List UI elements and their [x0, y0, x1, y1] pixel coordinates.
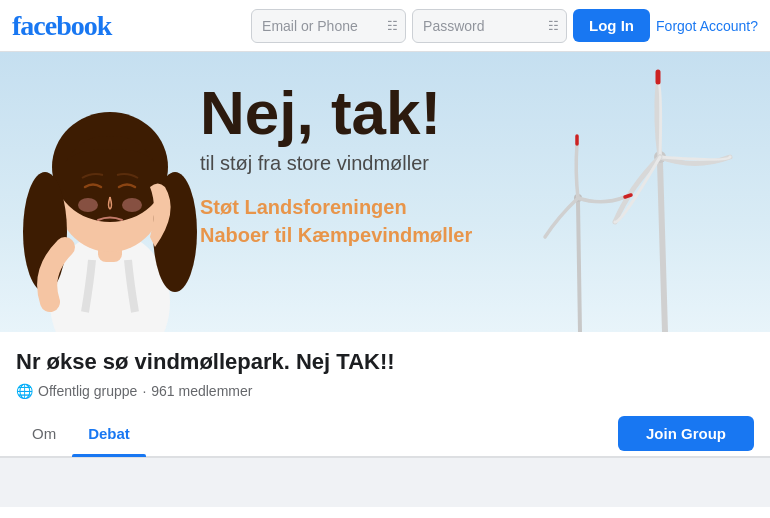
cover-background: Nej, tak! til støj fra store vindmøller …	[0, 52, 770, 332]
forgot-account-link[interactable]: Forgot Account?	[656, 18, 758, 34]
member-count: 961 medlemmer	[151, 383, 252, 399]
content-area	[0, 457, 770, 507]
subtitle-text: til støj fra store vindmøller	[200, 152, 520, 175]
svg-line-8	[660, 162, 665, 332]
group-info-section: Nr økse sø vindmøllepark. Nej TAK!! 🌐 Of…	[0, 332, 770, 399]
group-meta: 🌐 Offentlig gruppe · 961 medlemmer	[16, 383, 754, 399]
svg-line-14	[625, 195, 631, 197]
email-input[interactable]	[251, 9, 406, 43]
support-text: Støt Landsforeningen Naboer til Kæmpevin…	[200, 193, 520, 249]
header: facebook ☷ ☷ Log In Forgot Account?	[0, 0, 770, 52]
facebook-logo: facebook	[12, 10, 111, 42]
group-type: Offentlig gruppe	[38, 383, 137, 399]
svg-point-3	[52, 112, 168, 222]
login-button[interactable]: Log In	[573, 9, 650, 42]
tab-debat[interactable]: Debat	[72, 411, 146, 456]
tabs-section: Om Debat Join Group	[0, 411, 770, 457]
tabs-list: Om Debat	[16, 411, 618, 456]
svg-line-11	[578, 202, 580, 332]
join-group-button[interactable]: Join Group	[618, 416, 754, 451]
group-name: Nr økse sø vindmøllepark. Nej TAK!!	[16, 348, 754, 377]
headline-text: Nej, tak!	[200, 82, 520, 144]
password-input[interactable]	[412, 9, 567, 43]
password-icon: ☷	[548, 19, 559, 33]
svg-point-6	[78, 198, 98, 212]
globe-icon: 🌐	[16, 383, 33, 399]
email-input-wrapper: ☷	[251, 9, 406, 43]
tab-om[interactable]: Om	[16, 411, 72, 456]
cartoon-girl-illustration	[10, 72, 210, 332]
wind-turbines-illustration	[510, 62, 760, 332]
header-inputs: ☷ ☷ Log In Forgot Account?	[251, 9, 758, 43]
password-input-wrapper: ☷	[412, 9, 567, 43]
cover-image: Nej, tak! til støj fra store vindmøller …	[0, 52, 770, 332]
dot-separator: ·	[142, 383, 146, 399]
cover-text-area: Nej, tak! til støj fra store vindmøller …	[200, 82, 520, 249]
svg-point-7	[122, 198, 142, 212]
email-icon: ☷	[387, 19, 398, 33]
